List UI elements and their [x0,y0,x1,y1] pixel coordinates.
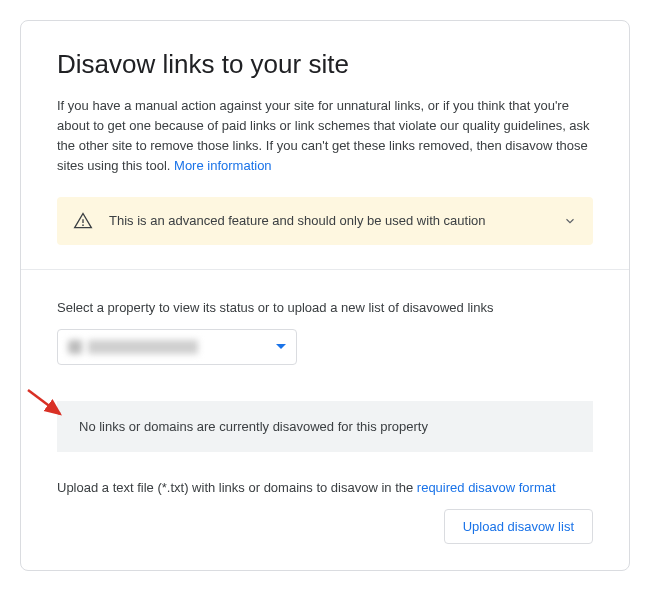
chevron-down-icon [563,214,577,228]
disavow-format-link[interactable]: required disavow format [417,480,556,495]
description-text: If you have a manual action against your… [57,98,590,173]
warning-icon [73,211,93,231]
property-label: Select a property to view its status or … [57,300,593,315]
disavow-card: Disavow links to your site If you have a… [20,20,630,571]
alert-text: This is an advanced feature and should o… [109,213,547,228]
caution-alert[interactable]: This is an advanced feature and should o… [57,197,593,245]
page-description: If you have a manual action against your… [57,96,593,177]
header-section: Disavow links to your site If you have a… [21,21,629,269]
disavow-status: No links or domains are currently disavo… [57,401,593,452]
selected-property-blurred [68,340,266,354]
dropdown-arrow-icon [276,344,286,349]
svg-point-1 [82,224,84,226]
upload-prefix: Upload a text file (*.txt) with links or… [57,480,417,495]
property-select[interactable] [57,329,297,365]
button-row: Upload disavow list [57,509,593,544]
more-information-link[interactable]: More information [174,158,272,173]
upload-disavow-button[interactable]: Upload disavow list [444,509,593,544]
upload-instruction: Upload a text file (*.txt) with links or… [57,480,593,495]
status-text: No links or domains are currently disavo… [79,419,428,434]
page-title: Disavow links to your site [57,49,593,80]
body-section: Select a property to view its status or … [21,270,629,570]
